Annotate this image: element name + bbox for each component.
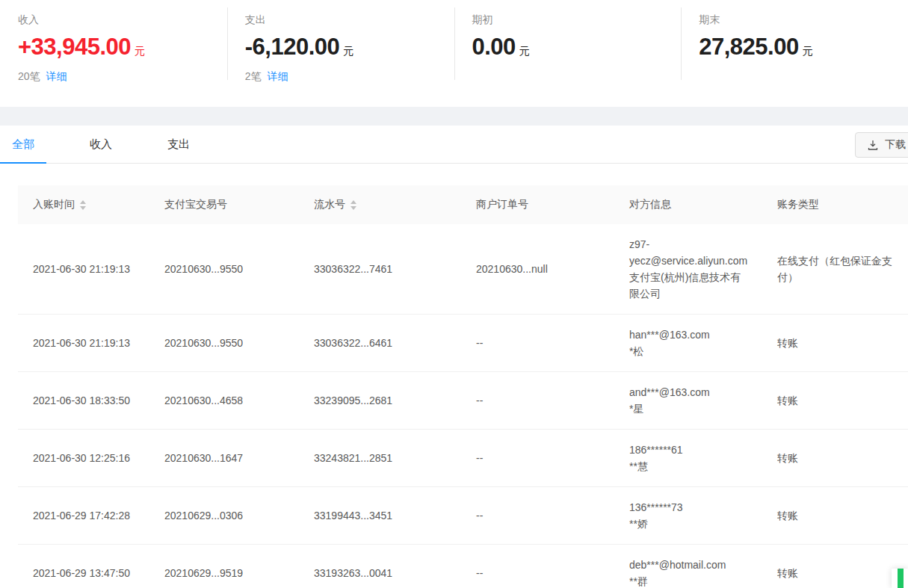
- cell-counterparty: han***@163.com *松: [614, 315, 762, 371]
- column-header-serial-no[interactable]: 流水号: [299, 198, 461, 211]
- cell-trade-no: 20210630...9550: [149, 249, 299, 289]
- currency-unit: 元: [803, 45, 813, 57]
- cell-account-type: 转账: [762, 553, 908, 588]
- chat-widget-green-bar: [898, 569, 904, 588]
- table-row: 2021-06-30 21:19:13 20210630...9550 3303…: [18, 315, 908, 372]
- tab-all[interactable]: 全部: [0, 126, 46, 163]
- table-row: 2021-06-30 21:19:13 20210630...9550 3303…: [18, 224, 908, 315]
- column-label: 支付宝交易号: [164, 198, 227, 211]
- cell-trade-no: 20210630...9550: [149, 323, 299, 363]
- column-header-alipay-trade-no: 支付宝交易号: [149, 198, 299, 211]
- sort-carets-icon: [350, 200, 356, 210]
- cell-entry-time: 2021-06-30 21:19:13: [18, 323, 149, 363]
- summary-card-expense: 支出 -6,120.00元 2笔详细: [227, 0, 454, 107]
- counterparty-account: 136******73: [629, 499, 750, 516]
- cell-order-no: --: [461, 380, 614, 421]
- cell-trade-no: 20210629...9519: [149, 553, 299, 588]
- column-label: 入账时间: [33, 198, 75, 211]
- counterparty-name: **慧: [629, 458, 750, 474]
- counterparty-name: **娇: [629, 516, 750, 532]
- column-label: 商户订单号: [476, 198, 528, 211]
- card-amount: 27,825.00元: [699, 34, 890, 61]
- tab-income[interactable]: 收入: [78, 126, 124, 163]
- transactions-table: 入账时间 支付宝交易号 流水号 商户订单号 对方信息 账务类型 2021-06-…: [18, 185, 908, 588]
- cell-trade-no: 20210630...1647: [149, 438, 299, 478]
- card-label: 期末: [699, 13, 890, 27]
- currency-unit: 元: [135, 45, 145, 57]
- summary-card-opening-balance: 期初 0.00元: [454, 0, 682, 107]
- currency-unit: 元: [343, 45, 353, 57]
- column-label: 流水号: [314, 198, 345, 211]
- cell-serial-no: 33199443...3451: [299, 495, 461, 536]
- sort-carets-icon: [80, 200, 86, 210]
- summary-card-income: 收入 +33,945.00元 20笔详细: [0, 0, 227, 107]
- cell-counterparty: 186******61 **慧: [614, 430, 762, 486]
- cell-entry-time: 2021-06-30 12:25:16: [18, 438, 149, 478]
- table-header: 入账时间 支付宝交易号 流水号 商户订单号 对方信息 账务类型: [18, 185, 908, 224]
- download-label: 下载: [885, 138, 906, 152]
- cell-counterparty: 136******73 **娇: [614, 487, 762, 544]
- card-amount: -6,120.00元: [245, 34, 436, 61]
- tab-expense[interactable]: 支出: [155, 126, 202, 163]
- cell-entry-time: 2021-06-30 21:19:13: [18, 249, 149, 289]
- cell-order-no: --: [461, 495, 614, 536]
- cell-serial-no: 33243821...2851: [299, 438, 461, 478]
- cell-counterparty: deb***@hotmail.com **群: [614, 545, 762, 588]
- cell-serial-no: 33036322...6461: [299, 323, 461, 363]
- download-button[interactable]: 下载: [855, 132, 908, 158]
- card-amount: +33,945.00元: [18, 34, 209, 61]
- column-header-merchant-order-no: 商户订单号: [461, 198, 614, 211]
- cell-account-type: 在线支付（红包保证金支付）: [762, 241, 908, 297]
- counterparty-name: 支付宝(杭州)信息技术有限公司: [629, 269, 750, 302]
- detail-link[interactable]: 详细: [46, 70, 67, 82]
- card-count: 2笔详细: [245, 70, 436, 84]
- cell-entry-time: 2021-06-29 13:47:50: [18, 553, 149, 588]
- counterparty-account: 186******61: [629, 442, 750, 458]
- table-row: 2021-06-30 18:33:50 20210630...4658 3323…: [18, 372, 908, 430]
- amount-value: -6,120.00: [245, 34, 340, 60]
- cell-account-type: 转账: [762, 380, 908, 421]
- counterparty-name: *星: [629, 400, 750, 417]
- cell-counterparty: z97-yecz@service.aliyun.com 支付宝(杭州)信息技术有…: [614, 224, 762, 314]
- column-header-counterparty: 对方信息: [614, 198, 762, 211]
- column-label: 对方信息: [629, 198, 671, 211]
- cell-account-type: 转账: [762, 323, 908, 363]
- cell-order-no: 20210630...null: [461, 249, 614, 289]
- counterparty-account: han***@163.com: [629, 327, 750, 343]
- counterparty-account: deb***@hotmail.com: [629, 557, 750, 573]
- currency-unit: 元: [519, 45, 530, 57]
- chat-widget[interactable]: [892, 569, 908, 588]
- table-row: 2021-06-29 13:47:50 20210629...9519 3319…: [18, 545, 908, 588]
- counterparty-account: and***@163.com: [629, 384, 750, 400]
- summary-section: 收入 +33,945.00元 20笔详细 支出 -6,120.00元 2笔详细 …: [0, 0, 908, 107]
- amount-value: 0.00: [472, 34, 516, 60]
- cell-trade-no: 20210630...4658: [149, 380, 299, 421]
- table-row: 2021-06-29 17:42:28 20210629...0306 3319…: [18, 487, 908, 545]
- card-count: 20笔详细: [18, 70, 209, 84]
- counterparty-name: *松: [629, 343, 750, 359]
- cell-account-type: 转账: [762, 438, 908, 478]
- cell-entry-time: 2021-06-29 17:42:28: [18, 495, 149, 536]
- cell-entry-time: 2021-06-30 18:33:50: [18, 380, 149, 421]
- counterparty-account: z97-yecz@service.aliyun.com: [629, 236, 750, 269]
- column-header-entry-time[interactable]: 入账时间: [18, 198, 149, 211]
- amount-value: +33,945.00: [18, 34, 131, 60]
- card-label: 支出: [245, 13, 436, 27]
- table-row: 2021-06-30 12:25:16 20210630...1647 3324…: [18, 430, 908, 487]
- cell-serial-no: 33239095...2681: [299, 380, 461, 421]
- summary-card-closing-balance: 期末 27,825.00元: [681, 0, 908, 107]
- counterparty-name: **群: [629, 573, 750, 588]
- count-value: 2笔: [245, 70, 262, 82]
- cell-serial-no: 33193263...0041: [299, 553, 461, 588]
- cell-order-no: --: [461, 323, 614, 363]
- detail-link[interactable]: 详细: [268, 70, 288, 82]
- cell-trade-no: 20210629...0306: [149, 495, 299, 536]
- cell-account-type: 转账: [762, 495, 908, 536]
- cell-serial-no: 33036322...7461: [299, 249, 461, 289]
- card-label: 期初: [472, 13, 664, 27]
- section-divider-band: [0, 107, 908, 126]
- cell-order-no: --: [461, 553, 614, 588]
- cell-order-no: --: [461, 438, 614, 478]
- download-icon: [868, 140, 878, 150]
- column-label: 账务类型: [777, 198, 819, 211]
